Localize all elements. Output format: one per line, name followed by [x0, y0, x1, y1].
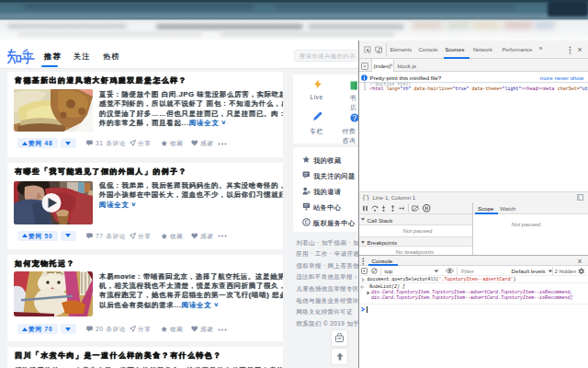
- svg-text:{}: {}: [362, 194, 369, 201]
